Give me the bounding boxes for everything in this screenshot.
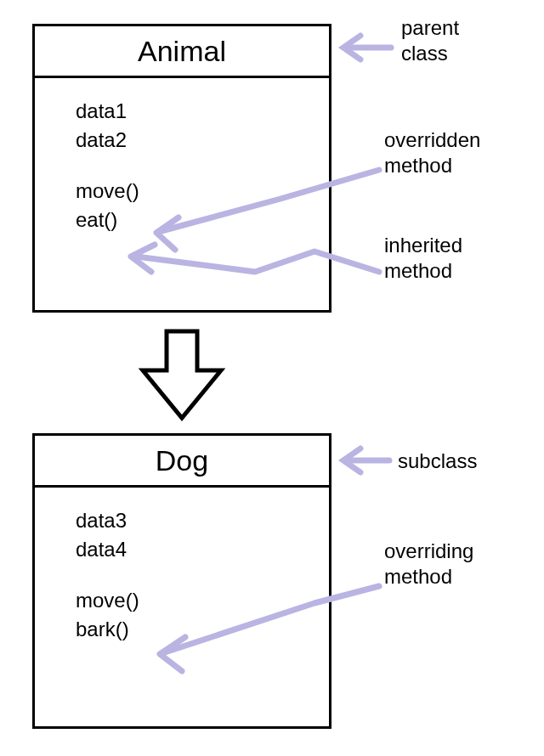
- child-data-group: data3 data4: [76, 506, 329, 564]
- annot-text: parent: [401, 16, 459, 39]
- annot-text: overridden: [384, 128, 480, 151]
- parent-class-title: Animal: [35, 26, 329, 78]
- parent-methods-group: move() eat(): [76, 177, 329, 234]
- annot-overridden: overridden method: [384, 127, 480, 178]
- child-data-line: data4: [76, 535, 329, 564]
- parent-method-line: move(): [76, 177, 329, 206]
- child-class-body: data3 data4 move() bark(): [35, 488, 329, 644]
- parent-data-line: data2: [76, 126, 329, 155]
- annot-subclass: subclass: [398, 449, 477, 474]
- parent-class-box: Animal data1 data2 move() eat(): [32, 24, 332, 313]
- parent-method-line: eat(): [76, 206, 329, 234]
- annot-text: method: [384, 565, 452, 588]
- child-method-line: bark(): [76, 615, 329, 644]
- child-method-line: move(): [76, 586, 329, 615]
- annot-overriding: overriding method: [384, 539, 473, 590]
- child-class-title: Dog: [35, 436, 329, 488]
- inheritance-arrow-icon: [143, 331, 221, 418]
- child-methods-group: move() bark(): [76, 586, 329, 644]
- parent-class-arrow-icon: [343, 36, 391, 59]
- annot-text: method: [384, 259, 452, 282]
- child-data-line: data3: [76, 506, 329, 535]
- annot-parent-class: parent class: [401, 15, 459, 66]
- annot-text: method: [384, 154, 452, 177]
- child-class-box: Dog data3 data4 move() bark(): [32, 433, 332, 729]
- annot-text: class: [401, 42, 448, 65]
- parent-data-group: data1 data2: [76, 97, 329, 155]
- annot-text: subclass: [398, 449, 477, 472]
- diagram-stage: Animal data1 data2 move() eat() Dog data…: [0, 0, 544, 756]
- annot-text: overriding: [384, 539, 473, 562]
- parent-class-body: data1 data2 move() eat(): [35, 78, 329, 234]
- annot-inherited: inherited method: [384, 233, 462, 284]
- annot-text: inherited: [384, 234, 462, 257]
- subclass-arrow-icon: [343, 449, 389, 472]
- parent-data-line: data1: [76, 97, 329, 126]
